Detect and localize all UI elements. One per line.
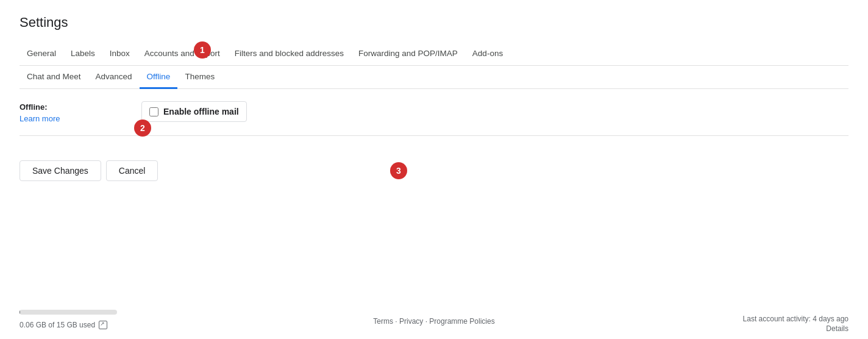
badge-2: 2 [134, 120, 151, 137]
offline-content: Enable offline mail [141, 101, 848, 122]
tab-addons[interactable]: Add-ons [465, 43, 510, 66]
tab-filters[interactable]: Filters and blocked addresses [227, 43, 351, 66]
footer-right: Last account activity: 4 days ago Detail… [743, 315, 848, 333]
section-label-offline: Offline: Learn more [20, 101, 141, 123]
external-link-icon[interactable] [99, 321, 107, 329]
badge-3: 3 [390, 162, 407, 179]
save-changes-button[interactable]: Save Changes [20, 160, 101, 181]
footer: 0.06 GB of 15 GB used Terms · Privacy · … [0, 302, 868, 339]
learn-more-link[interactable]: Learn more [20, 114, 141, 123]
enable-offline-mail-text: Enable offline mail [163, 107, 239, 116]
buttons-row: Save Changes Cancel [20, 151, 848, 191]
terms-link[interactable]: Terms [373, 317, 393, 326]
storage-bar-bg [20, 310, 117, 315]
offline-label-text: Offline: [20, 102, 48, 112]
tab-accounts[interactable]: Accounts and Import [137, 43, 227, 66]
tab-offline[interactable]: Offline [140, 66, 178, 89]
tab-labels[interactable]: Labels [63, 43, 102, 66]
programme-policies-link[interactable]: Programme Policies [429, 317, 494, 326]
tab-advanced[interactable]: Advanced [88, 66, 140, 89]
tab-themes[interactable]: Themes [177, 66, 222, 89]
tab-chat[interactable]: Chat and Meet [20, 66, 88, 89]
footer-center-links: Terms · Privacy · Programme Policies [373, 317, 494, 326]
page-title: Settings [20, 15, 848, 30]
privacy-link[interactable]: Privacy [399, 317, 423, 326]
storage-used-label: 0.06 GB of 15 GB used [20, 321, 95, 329]
tab-general[interactable]: General [20, 43, 63, 66]
storage-bar-fill [20, 310, 20, 315]
tab-inbox[interactable]: Inbox [102, 43, 137, 66]
tab-forwarding[interactable]: Forwarding and POP/IMAP [351, 43, 465, 66]
storage-bar-wrap [20, 310, 848, 315]
badge-1: 1 [194, 41, 211, 59]
last-account-activity: Last account activity: 4 days ago [743, 315, 848, 323]
tabs-row-2: Chat and Meet Advanced Offline Themes [20, 66, 848, 89]
separator-1: · [395, 317, 399, 326]
enable-offline-mail-checkbox[interactable] [149, 107, 158, 116]
cancel-button[interactable]: Cancel [106, 160, 158, 181]
tabs-row-1: General Labels Inbox Accounts and Import… [20, 43, 848, 66]
details-link[interactable]: Details [826, 324, 848, 333]
enable-offline-mail-label[interactable]: Enable offline mail [141, 101, 247, 122]
